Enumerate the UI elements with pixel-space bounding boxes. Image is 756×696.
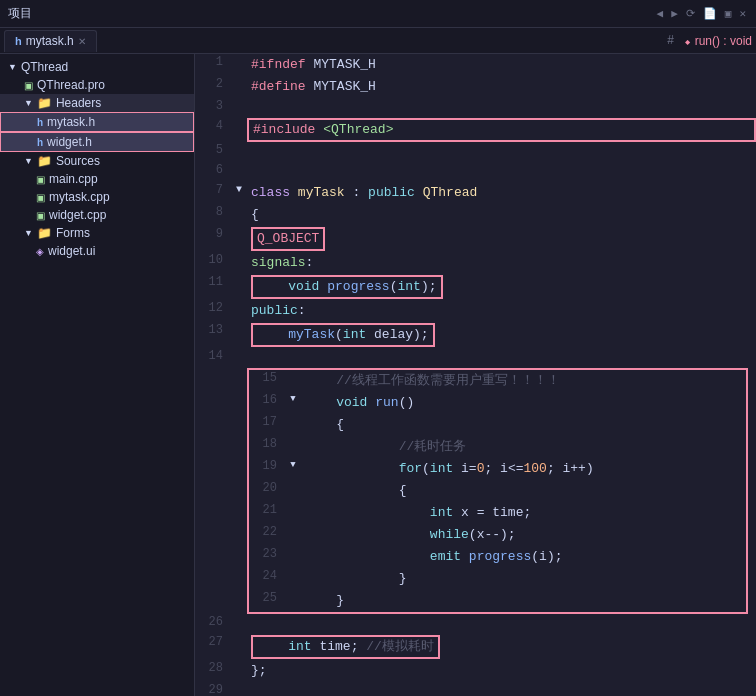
line-7: 7 ▼ class myTask : public QThread (195, 182, 756, 204)
h-icon-mytask: h (37, 117, 43, 128)
main-area: ▼ QThread ▣ QThread.pro ▼ 📁 Headers h my… (0, 54, 756, 696)
pro-icon: ▣ (24, 80, 33, 91)
chevron-down-icon-forms: ▼ (24, 228, 33, 238)
line-18: 18 //耗时任务 (249, 436, 746, 458)
line-1: 1 #ifndef MYTASK_H (195, 54, 756, 76)
title-bar-icons: ◀ ▶ ⟳ 📄 ▣ ✕ (655, 7, 749, 20)
line-25: 25 } (249, 590, 746, 612)
sidebar-item-widget-h[interactable]: h widget.h (0, 132, 194, 152)
sidebar-item-qthread-pro[interactable]: ▣ QThread.pro (0, 76, 194, 94)
sidebar-item-widget-cpp[interactable]: ▣ widget.cpp (0, 206, 194, 224)
tab-bar: h mytask.h ✕ # ⬥ run() : void (0, 28, 756, 54)
window-btn[interactable]: ▣ (725, 7, 732, 20)
line-20: 20 { (249, 480, 746, 502)
sidebar-label-sources: Sources (56, 154, 100, 168)
line-28: 28 }; (195, 660, 756, 682)
line-8: 8 { (195, 204, 756, 226)
nav-back-btn[interactable]: ◀ (657, 7, 664, 20)
close-btn[interactable]: ✕ (739, 7, 746, 20)
line-9: 9 Q_OBJECT (195, 226, 756, 252)
sidebar-item-headers[interactable]: ▼ 📁 Headers (0, 94, 194, 112)
chevron-down-icon: ▼ (8, 62, 17, 72)
sidebar-label-qthread-pro: QThread.pro (37, 78, 105, 92)
hash-symbol: # (667, 34, 674, 48)
line-16: 16 ▼ void run() (249, 392, 746, 414)
cpp-icon-mytask: ▣ (36, 192, 45, 203)
line-21: 21 int x = time; (249, 502, 746, 524)
sidebar-item-widget-ui[interactable]: ◈ widget.ui (0, 242, 194, 260)
cpp-icon-main: ▣ (36, 174, 45, 185)
tab-close-mytask[interactable]: ✕ (78, 36, 86, 47)
line-27: 27 int time; //模拟耗时 (195, 634, 756, 660)
line-19: 19 ▼ for(int i=0; i<=100; i++) (249, 458, 746, 480)
sidebar-item-mytask-cpp[interactable]: ▣ mytask.cpp (0, 188, 194, 206)
line-15: 15 //线程工作函数需要用户重写！！！！ (249, 370, 746, 392)
line-23: 23 emit progress(i); (249, 546, 746, 568)
new-file-btn[interactable]: 📄 (703, 7, 717, 20)
sidebar-label-forms: Forms (56, 226, 90, 240)
chevron-down-icon-sources: ▼ (24, 156, 33, 166)
line-10: 10 signals: (195, 252, 756, 274)
sidebar: ▼ QThread ▣ QThread.pro ▼ 📁 Headers h my… (0, 54, 195, 696)
code-area: 1 #ifndef MYTASK_H 2 #define MYTASK_H 3 … (195, 54, 756, 696)
sidebar-label-main-cpp: main.cpp (49, 172, 98, 186)
sidebar-label-widget-h: widget.h (47, 135, 92, 149)
line-26: 26 (195, 614, 756, 634)
refresh-btn[interactable]: ⟳ (686, 7, 695, 20)
chevron-down-icon-headers: ▼ (24, 98, 33, 108)
h-icon: h (15, 35, 22, 47)
line-22: 22 while(x--); (249, 524, 746, 546)
line-4: 4 #include <QThread> (195, 118, 756, 142)
title-bar: 项目 ◀ ▶ ⟳ 📄 ▣ ✕ (0, 0, 756, 28)
line-2: 2 #define MYTASK_H (195, 76, 756, 98)
sidebar-item-sources[interactable]: ▼ 📁 Sources (0, 152, 194, 170)
tab-label-mytask: mytask.h (26, 34, 74, 48)
nav-fwd-btn[interactable]: ▶ (671, 7, 678, 20)
title-bar-text: 项目 (8, 5, 32, 22)
line-3: 3 (195, 98, 756, 118)
tab-mytask[interactable]: h mytask.h ✕ (4, 30, 97, 52)
folder-icon-forms: 📁 (37, 226, 52, 240)
folder-icon-headers: 📁 (37, 96, 52, 110)
ui-icon-widget: ◈ (36, 246, 44, 257)
folder-icon-sources: 📁 (37, 154, 52, 168)
sidebar-label-widget-ui: widget.ui (48, 244, 95, 258)
func-breadcrumb: ⬥ run() : void (684, 34, 752, 48)
line-13: 13 myTask(int delay); (195, 322, 756, 348)
sidebar-label-widget-cpp: widget.cpp (49, 208, 106, 222)
sidebar-label-mytask-h: mytask.h (47, 115, 95, 129)
sidebar-label-headers: Headers (56, 96, 101, 110)
line-14: 14 (195, 348, 756, 368)
sidebar-item-mytask-h[interactable]: h mytask.h (0, 112, 194, 132)
line-11: 11 void progress(int); (195, 274, 756, 300)
line-6: 6 (195, 162, 756, 182)
line-24: 24 } (249, 568, 746, 590)
editor[interactable]: 1 #ifndef MYTASK_H 2 #define MYTASK_H 3 … (195, 54, 756, 696)
line-29: 29 (195, 682, 756, 696)
h-icon-widget: h (37, 137, 43, 148)
root-label: QThread (21, 60, 68, 74)
sidebar-root[interactable]: ▼ QThread (0, 58, 194, 76)
line-17: 17 { (249, 414, 746, 436)
big-annotation-box: 15 //线程工作函数需要用户重写！！！！ 16 ▼ void run() 17… (247, 368, 748, 614)
line-5: 5 (195, 142, 756, 162)
cpp-icon-widget: ▣ (36, 210, 45, 221)
sidebar-item-forms[interactable]: ▼ 📁 Forms (0, 224, 194, 242)
sidebar-label-mytask-cpp: mytask.cpp (49, 190, 110, 204)
line-12: 12 public: (195, 300, 756, 322)
sidebar-item-main-cpp[interactable]: ▣ main.cpp (0, 170, 194, 188)
